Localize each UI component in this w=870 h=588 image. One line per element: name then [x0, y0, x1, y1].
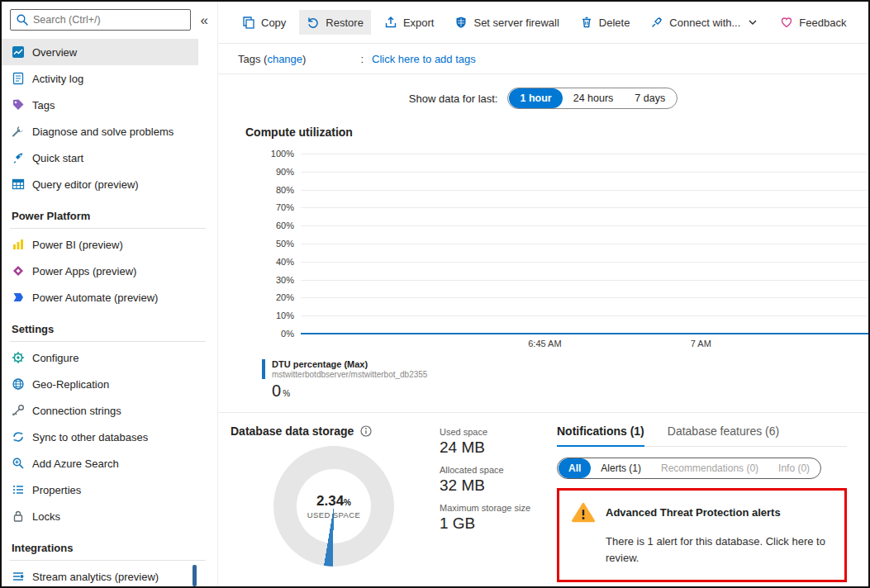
sidebar-item-power-bi[interactable]: Power BI (preview)	[2, 231, 198, 258]
restore-button[interactable]: Restore	[299, 10, 371, 35]
set-server-firewall-button[interactable]: Set server firewall	[447, 10, 566, 35]
sidebar-item-label: Properties	[32, 484, 81, 496]
export-icon	[384, 16, 397, 29]
chart-plot-area[interactable]: 100% 90% 80% 70% 60% 50% 40% 30% 20% 10%…	[301, 154, 868, 334]
sidebar-searchbox[interactable]	[10, 9, 191, 31]
gear-icon	[12, 351, 25, 364]
sidebar-item-sync-databases[interactable]: Sync to other databases	[2, 424, 198, 450]
time-filter-group: 1 hour 24 hours 7 days	[507, 88, 677, 109]
sidebar-item-label: Connection strings	[32, 405, 121, 417]
stat-maximum-storage-size: Maximum storage size 1 GB	[440, 503, 530, 533]
sidebar-item-stream-analytics[interactable]: Stream analytics (preview)	[2, 563, 198, 588]
sidebar-item-power-automate[interactable]: Power Automate (preview)	[2, 284, 198, 311]
legend-current-value: 0%	[262, 382, 868, 401]
x-axis-tick: 7 AM	[691, 339, 711, 349]
sidebar-scrollbar[interactable]	[193, 565, 197, 586]
warning-icon	[572, 502, 595, 523]
time-filter-24-hours[interactable]: 24 hours	[563, 88, 625, 108]
sidebar-item-label: Power Automate (preview)	[32, 292, 158, 304]
delete-label: Delete	[599, 17, 630, 29]
storage-stats: Used space 24 MB Allocated space 32 MB M…	[440, 427, 530, 533]
sidebar-item-properties[interactable]: Properties	[2, 477, 198, 503]
sidebar-item-activity-log[interactable]: Activity log	[2, 65, 198, 92]
tags-colon: :	[360, 53, 364, 65]
dtu-series-line	[301, 333, 868, 334]
table-icon	[12, 178, 25, 191]
power-bi-icon	[12, 238, 25, 251]
sidebar-item-overview[interactable]: Overview	[2, 39, 198, 65]
trash-icon	[580, 16, 593, 29]
sidebar-item-label: Overview	[32, 46, 77, 59]
sidebar-item-configure[interactable]: Configure	[2, 344, 198, 371]
tab-notifications[interactable]: Notifications (1)	[557, 424, 644, 447]
sidebar-item-power-apps[interactable]: Power Apps (preview)	[2, 258, 198, 284]
y-axis-tick: 100%	[271, 149, 294, 159]
add-tags-link[interactable]: Click here to add tags	[372, 53, 476, 65]
search-input[interactable]	[33, 14, 185, 26]
sidebar-collapse-button[interactable]: «	[195, 12, 214, 29]
delete-button[interactable]: Delete	[573, 10, 638, 35]
info-icon[interactable]	[359, 424, 373, 438]
sidebar-section-integrations: Integrations	[2, 529, 217, 560]
filter-all[interactable]: All	[559, 458, 591, 478]
filter-recommendations[interactable]: Recommendations (0)	[651, 458, 768, 478]
connect-with-button[interactable]: Connect with...	[643, 10, 767, 35]
y-axis-tick: 50%	[276, 239, 294, 249]
x-axis-labels: 6:45 AM 7 AM	[301, 339, 868, 351]
section-divider	[10, 560, 206, 561]
sidebar-item-label: Sync to other databases	[32, 431, 148, 443]
tags-change-link[interactable]: change	[267, 53, 302, 65]
sidebar-item-label: Add Azure Search	[32, 458, 119, 470]
tags-row: Tags (change) : Click here to add tags	[218, 44, 868, 74]
gridline: 100%	[301, 154, 868, 154]
sidebar-item-tags[interactable]: Tags	[2, 92, 198, 118]
sidebar-item-diagnose[interactable]: Diagnose and solve problems	[2, 118, 198, 145]
time-filter-1-hour[interactable]: 1 hour	[509, 88, 562, 108]
overview-content: Show data for last: 1 hour 24 hours 7 da…	[218, 74, 868, 586]
sidebar-item-quick-start[interactable]: Quick start	[2, 145, 198, 171]
sidebar: « Overview Activity log Tags Diagnose an…	[2, 2, 218, 586]
section-divider	[10, 341, 206, 342]
command-bar: Copy Restore Export Set server firewall …	[218, 2, 868, 43]
time-filter-7-days[interactable]: 7 days	[624, 88, 676, 108]
sidebar-item-label: Diagnose and solve problems	[32, 126, 174, 138]
filter-info[interactable]: Info (0)	[768, 458, 820, 478]
export-button[interactable]: Export	[377, 10, 442, 35]
gridline: 80%	[301, 190, 868, 191]
chart-title: Compute utilization	[245, 126, 868, 139]
copy-label: Copy	[261, 17, 286, 29]
notifications-panel: Notifications (1) Database features (6) …	[557, 424, 847, 582]
sidebar-item-locks[interactable]: Locks	[2, 503, 198, 529]
sidebar-menu: Overview Activity log Tags Diagnose and …	[2, 39, 217, 588]
tags-label-prefix: Tags (	[238, 53, 267, 65]
legend-item[interactable]: DTU percentage (Max) mstwitterbotdbserve…	[262, 359, 868, 379]
compute-utilization-chart: Compute utilization 100% 90% 80% 70% 60%…	[245, 126, 868, 401]
section-divider	[10, 228, 206, 229]
feedback-button[interactable]: Feedback	[773, 10, 853, 35]
sidebar-search-row: «	[2, 9, 217, 31]
tab-database-features[interactable]: Database features (6)	[668, 424, 779, 446]
sidebar-item-geo-replication[interactable]: Geo-Replication	[2, 371, 198, 397]
copy-button[interactable]: Copy	[235, 10, 293, 35]
advanced-threat-protection-alert[interactable]: Advanced Threat Protection alerts There …	[557, 488, 847, 582]
y-axis-tick: 30%	[276, 275, 294, 285]
y-axis-tick: 40%	[276, 257, 294, 267]
export-label: Export	[403, 17, 435, 29]
sidebar-item-add-azure-search[interactable]: Add Azure Search	[2, 450, 198, 477]
gridline: 90%	[301, 172, 868, 173]
stat-allocated-space: Allocated space 32 MB	[440, 465, 530, 495]
sidebar-item-query-editor[interactable]: Query editor (preview)	[2, 171, 198, 197]
notification-filters: All Alerts (1) Recommendations (0) Info …	[557, 458, 821, 479]
y-axis-tick: 0%	[281, 329, 294, 339]
search-plus-icon	[12, 457, 25, 470]
sidebar-section-settings: Settings	[2, 311, 217, 341]
sidebar-item-connection-strings[interactable]: Connection strings	[2, 397, 198, 424]
sidebar-item-label: Power BI (preview)	[32, 239, 123, 251]
main-content: Copy Restore Export Set server firewall …	[218, 2, 868, 586]
globe-icon	[12, 377, 25, 391]
time-filter-row: Show data for last: 1 hour 24 hours 7 da…	[218, 88, 868, 109]
set-server-firewall-label: Set server firewall	[473, 17, 559, 29]
heart-icon	[780, 16, 793, 29]
alert-body[interactable]: There is 1 alert for this database. Clic…	[606, 533, 832, 566]
filter-alerts[interactable]: Alerts (1)	[591, 458, 651, 478]
